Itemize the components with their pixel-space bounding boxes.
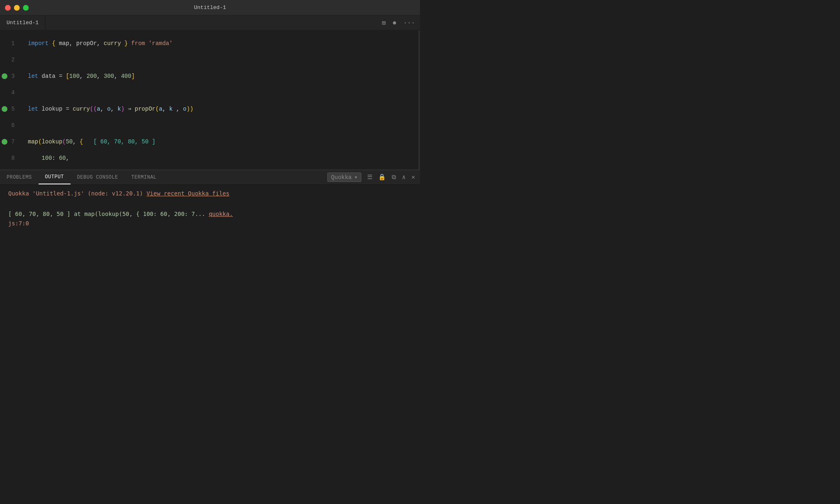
quokka-output-line1: Quokka 'Untitled-1.js' (node: v12.20.1) … [8, 189, 412, 198]
code-line-2 [28, 52, 420, 68]
tab-terminal[interactable]: TERMINAL [125, 170, 163, 184]
close-button[interactable] [5, 5, 11, 11]
line-num-8: 8 [11, 150, 15, 166]
chevron-down-icon: ▾ [354, 174, 358, 181]
code-line-6 [28, 117, 420, 134]
clear-icon[interactable]: ☰ [367, 173, 372, 181]
arrow-up-icon[interactable]: ∧ [402, 173, 406, 181]
line-num-1: 1 [11, 35, 15, 52]
line-num-9: 9 [11, 166, 15, 170]
panel: PROBLEMS OUTPUT DEBUG CONSOLE TERMINAL Q… [0, 170, 420, 252]
line-num-5: 5 [11, 101, 15, 117]
more-actions-icon[interactable]: ··· [403, 19, 415, 27]
dot-icon: ● [392, 19, 397, 27]
gutter-5: 5 [0, 101, 20, 117]
line-num-4: 4 [11, 84, 15, 101]
split-editor-icon[interactable]: ⊞ [382, 19, 386, 27]
titlebar: Untitled-1 [0, 0, 420, 16]
code-line-5: let lookup = curry (( a , o , k ) ⇒ prop… [28, 101, 420, 117]
line-num-2: 2 [11, 52, 15, 68]
line-num-3: 3 [11, 68, 15, 84]
gutter-4: 4 [0, 84, 20, 101]
output-dropdown[interactable]: Quokka ▾ [327, 173, 361, 182]
gutter-2: 2 [0, 52, 20, 68]
tab-problems[interactable]: PROBLEMS [0, 170, 39, 184]
close-panel-icon[interactable]: ✕ [411, 173, 415, 181]
tab-debug-console[interactable]: DEBUG CONSOLE [71, 170, 125, 184]
copy-icon[interactable]: ⧉ [392, 174, 396, 181]
line-numbers: 1 2 3 4 5 6 7 8 9 10 [0, 30, 25, 170]
panel-tab-bar: PROBLEMS OUTPUT DEBUG CONSOLE TERMINAL Q… [0, 170, 420, 185]
quokka-output-line3: js:7:0 [8, 219, 412, 228]
panel-content: Quokka 'Untitled-1.js' (node: v12.20.1) … [0, 185, 420, 252]
dropdown-label: Quokka [331, 174, 352, 181]
code-line-7: map ( lookup ( 50 , { [ 60, 70, 80, 50 ] [28, 134, 420, 150]
code-line-1: import { map, propOr, curry } from 'ramd… [28, 35, 420, 52]
tab-label: Untitled-1 [7, 20, 39, 26]
code-content[interactable]: import { map, propOr, curry } from 'ramd… [25, 30, 420, 170]
gutter-7: 7 [0, 134, 20, 150]
tab-bar: Untitled-1 ⊞ ● ··· [0, 16, 420, 30]
editor-area: 1 2 3 4 5 6 7 8 9 10 [0, 30, 420, 170]
code-line-3: let data = [ 100 , 200 , 300 , 400 ] [28, 68, 420, 84]
gutter-9: 9 [0, 166, 20, 170]
maximize-button[interactable] [23, 5, 29, 11]
editor-actions: ⊞ ● ··· [377, 16, 420, 30]
gutter-8: 8 [0, 150, 20, 166]
gutter-6: 6 [0, 117, 20, 134]
quokka-output-line2: [ 60, 70, 80, 50 ] at map(lookup(50, { 1… [8, 209, 412, 218]
minimize-button[interactable] [14, 5, 20, 11]
line-num-7: 7 [11, 134, 15, 150]
gutter-3: 3 [0, 68, 20, 84]
scrollbar[interactable] [418, 30, 420, 170]
gutter-1: 1 [0, 35, 20, 52]
lock-icon[interactable]: 🔒 [378, 173, 386, 181]
kw-import: import [28, 35, 48, 52]
code-line-9: 200 : 70 , [28, 166, 420, 170]
window-controls[interactable] [5, 5, 29, 11]
panel-actions: Quokka ▾ ☰ 🔒 ⧉ ∧ ✕ [322, 170, 420, 184]
code-line-4 [28, 84, 420, 101]
window-title: Untitled-1 [194, 5, 226, 11]
quokka-link[interactable]: quokka. [209, 211, 233, 217]
code-line-8: 100 : 60 , [28, 150, 420, 166]
tab-output[interactable]: OUTPUT [39, 170, 71, 184]
breakpoint-3[interactable] [2, 73, 7, 79]
tab-untitled[interactable]: Untitled-1 [0, 16, 46, 30]
line-num-6: 6 [11, 117, 15, 134]
breakpoint-7[interactable] [2, 139, 7, 145]
breakpoint-5[interactable] [2, 106, 7, 112]
view-recent-link[interactable]: View recent Quokka files [146, 190, 229, 197]
